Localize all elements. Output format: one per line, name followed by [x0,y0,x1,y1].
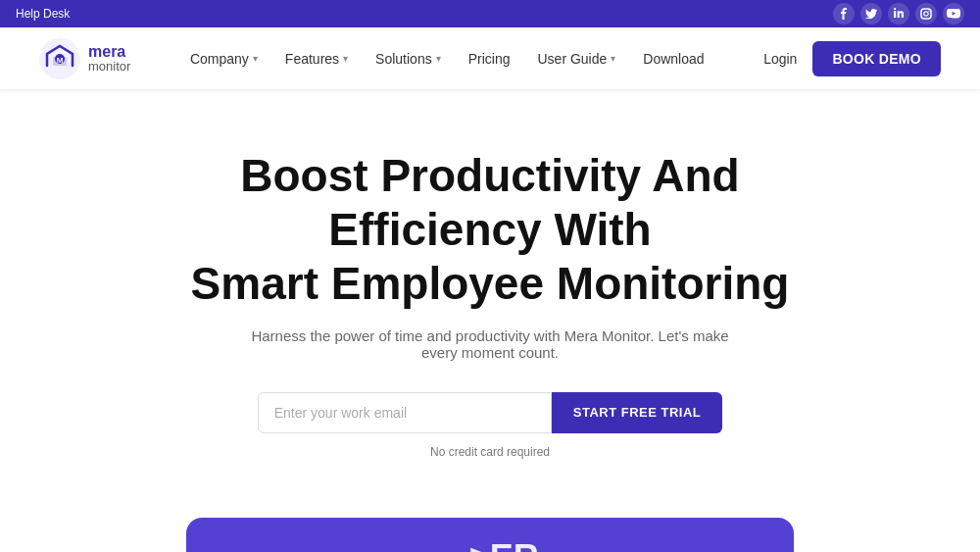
logo-text: mera monitor [88,43,130,75]
no-credit-card-notice: No credit card required [20,445,960,459]
twitter-icon[interactable] [860,3,882,25]
instagram-icon[interactable] [915,3,937,25]
book-demo-button[interactable]: BOOK DEMO [812,41,941,76]
logo-mera: mera [88,43,130,61]
chevron-down-icon: ▾ [343,53,348,64]
nav-item-features[interactable]: Features ▾ [285,51,348,67]
login-button[interactable]: Login [763,51,797,67]
logo[interactable]: M mera monitor [39,38,130,79]
chevron-down-icon: ▾ [436,53,441,64]
facebook-icon[interactable] [833,3,855,25]
linkedin-icon[interactable] [888,3,909,25]
hero-section: Boost Productivity And Efficiency With S… [0,90,980,488]
nav-item-solutions[interactable]: Solutions ▾ [375,51,441,67]
start-free-trial-button[interactable]: START FREE TRIAL [552,392,723,433]
navbar: M mera monitor Company ▾ Features ▾ Solu… [0,27,980,90]
chevron-down-icon: ▾ [611,53,615,64]
svg-text:M: M [57,56,64,65]
video-section[interactable]: >ER [186,518,794,552]
video-illustration: >ER [186,518,794,552]
svg-point-2 [928,10,929,11]
svg-rect-0 [921,9,931,19]
hero-subtitle: Harness the power of time and productivi… [235,327,745,361]
social-icons-group [833,3,964,25]
logo-monitor: monitor [88,60,130,74]
top-bar: Help Desk [0,0,980,27]
nav-actions: Login BOOK DEMO [763,41,941,76]
nav-item-download[interactable]: Download [643,51,704,67]
hero-title: Boost Productivity And Efficiency With S… [147,149,833,312]
svg-point-1 [924,12,928,16]
youtube-icon[interactable] [943,3,964,25]
nav-item-company[interactable]: Company ▾ [190,51,258,67]
nav-item-user-guide[interactable]: User Guide ▾ [537,51,615,67]
nav-item-pricing[interactable]: Pricing [468,51,511,67]
help-desk-label[interactable]: Help Desk [16,7,70,21]
logo-svg: M [39,38,80,79]
nav-links: Company ▾ Features ▾ Solutions ▾ Pricing… [190,51,705,67]
chevron-down-icon: ▾ [253,53,258,64]
video-partial-text: >ER [469,537,539,552]
email-input[interactable] [258,392,552,433]
cta-form: START FREE TRIAL [20,392,960,433]
